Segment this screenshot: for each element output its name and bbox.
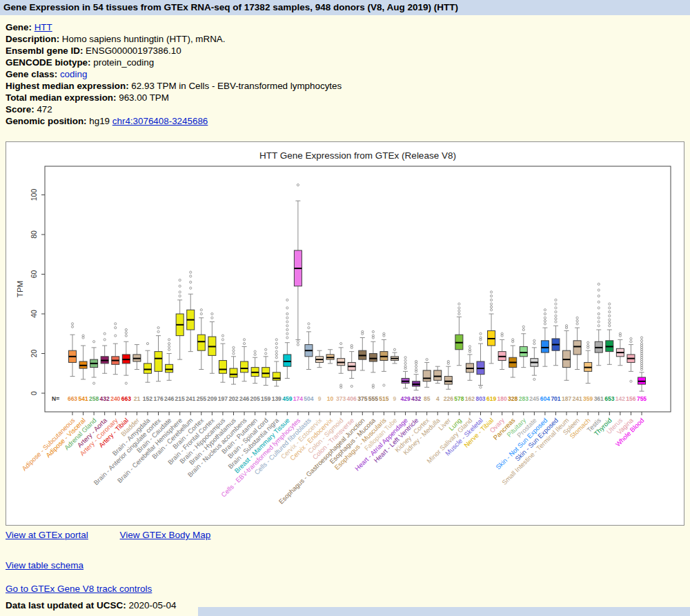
sample-count: 604: [540, 395, 550, 402]
sample-count: 373: [336, 395, 346, 402]
outlier-point: [275, 353, 277, 355]
outlier-point: [190, 271, 192, 273]
outlier-point: [221, 335, 224, 337]
outlier-point: [71, 326, 73, 328]
outlier-point: [555, 318, 557, 320]
sample-count: 139: [272, 395, 282, 402]
outlier-point: [190, 275, 192, 277]
outlier-point: [598, 312, 600, 315]
svg-text:80: 80: [30, 230, 38, 239]
outlier-point: [393, 348, 395, 350]
outlier-point: [115, 335, 117, 337]
outlier-point: [587, 341, 589, 344]
outlier-point: [555, 321, 557, 323]
score-label: Score:: [6, 104, 34, 115]
box: [144, 364, 151, 373]
sample-count: 180: [497, 395, 507, 402]
outlier-point: [275, 346, 277, 348]
external-links-row: View at GTEx portal View GTEx Body Map: [6, 530, 239, 540]
box: [166, 364, 173, 372]
sample-count: 187: [562, 395, 571, 402]
outlier-point: [103, 332, 106, 335]
outlier-point: [125, 335, 127, 337]
table-schema-link[interactable]: View table schema: [6, 560, 83, 570]
score-value: 472: [37, 104, 52, 115]
outlier-point: [480, 386, 482, 388]
sample-count: 555: [368, 395, 378, 402]
outlier-point: [576, 323, 578, 325]
sample-count: 459: [282, 395, 292, 402]
outlier-point: [598, 283, 600, 285]
outlier-point: [404, 357, 406, 359]
sample-count: 515: [379, 395, 388, 402]
gtex-portal-link[interactable]: View at GTEx portal: [6, 530, 88, 540]
n-equals-label: N=: [52, 395, 59, 402]
chart-title: HTT Gene Expression from GTEx (Release V…: [259, 150, 456, 161]
outlier-point: [286, 321, 288, 323]
outlier-point: [286, 328, 288, 330]
outlier-point: [555, 303, 557, 305]
sample-count: 152: [143, 395, 152, 402]
outlier-point: [211, 317, 213, 319]
gtex-body-map-link[interactable]: View GTEx Body Map: [120, 530, 211, 540]
outlier-point: [265, 352, 267, 355]
outlier-point: [598, 325, 600, 327]
outlier-point: [254, 350, 256, 352]
outlier-point: [221, 339, 224, 341]
highest-median-value: 62.93 TPM in Cells - EBV-transformed lym…: [131, 81, 342, 91]
outlier-point: [168, 339, 170, 341]
outlier-point: [275, 343, 277, 345]
genomic-position-link[interactable]: chr4:3076408-3245686: [112, 116, 208, 126]
box: [520, 346, 527, 356]
biotype-value: protein_coding: [93, 57, 154, 68]
info-row-description: Description: Homo sapiens huntingtin (HT…: [6, 33, 690, 45]
outlier-point: [168, 343, 170, 345]
outlier-point: [233, 352, 235, 355]
outlier-point: [522, 326, 524, 328]
links-section: View at GTEx portal View GTEx Body Map V…: [6, 530, 239, 594]
info-row-ensembl-id: Ensembl gene ID: ENSG00000197386.10: [6, 45, 690, 57]
sample-count: 328: [508, 395, 518, 402]
outlier-point: [168, 346, 170, 348]
box: [155, 352, 162, 372]
outlier-point: [609, 307, 611, 309]
outlier-point: [598, 321, 600, 323]
outlier-point: [458, 310, 460, 312]
controls-link-row: Go to GTEx Gene V8 track controls: [6, 584, 239, 594]
info-row-highest-median: Highest median expression: 62.93 TPM in …: [6, 80, 690, 92]
y-axis: 020406080100TPM: [16, 189, 45, 395]
outlier-point: [286, 299, 288, 301]
outlier-point: [458, 303, 460, 305]
data-updated-label: Data last updated at UCSC:: [6, 600, 126, 610]
outlier-point: [469, 346, 471, 348]
outlier-point: [383, 384, 385, 386]
sample-count: 541: [78, 395, 88, 402]
sample-count: 85: [424, 395, 431, 402]
outlier-point: [598, 289, 600, 291]
info-row-biotype: GENCODE biotype: protein_coding: [6, 57, 690, 68]
box: [284, 355, 291, 366]
outlier-point: [179, 295, 181, 297]
outlier-point: [265, 348, 267, 350]
sample-count: 619: [486, 395, 496, 402]
sample-count: 202: [228, 395, 238, 402]
outlier-point: [125, 328, 127, 330]
sample-count: 701: [551, 395, 560, 402]
outlier-point: [609, 315, 611, 317]
gene-link[interactable]: HTT: [34, 22, 52, 32]
outlier-point: [490, 299, 492, 301]
gene-class-link[interactable]: coding: [60, 69, 87, 79]
svg-text:60: 60: [30, 270, 38, 279]
outlier-point: [233, 350, 235, 352]
box: [273, 372, 280, 381]
plot-frame: [45, 166, 671, 412]
outlier-point: [179, 291, 181, 293]
outlier-point: [555, 299, 557, 301]
sample-count: 9: [318, 395, 322, 402]
box: [262, 368, 270, 377]
outlier-point: [533, 378, 535, 380]
track-controls-link[interactable]: Go to GTEx Gene V8 track controls: [6, 584, 152, 594]
sample-count: 174: [293, 395, 303, 402]
box: [230, 368, 237, 377]
outlier-point: [630, 341, 632, 343]
